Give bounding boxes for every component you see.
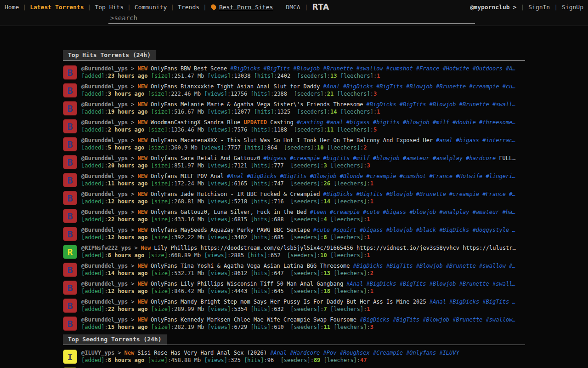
torrent-title-link[interactable]: OnlyFans Kennedy Marksen Chloe Mae Wife … (151, 316, 356, 323)
user-avatar[interactable]: B (63, 155, 77, 169)
avatar-letter: B (67, 283, 73, 293)
torrent-tags[interactable]: #cute #squirt #bigass #blowjob #black #B… (313, 227, 516, 233)
torrent-tags[interactable]: #BigDicks #BigTits #Blowjob #Brunette #s… (360, 316, 516, 323)
torrent-row[interactable]: B @Burunddel_yps>NEWOnlyFans Kennedy Mar… (63, 316, 525, 331)
torrent-row[interactable]: B @Burunddel_yps>NEWOnlyFans Jade Hutchi… (63, 190, 525, 205)
user-avatar[interactable]: B (63, 209, 77, 223)
nav-item-top-hits[interactable]: Top Hits (95, 4, 134, 11)
username-link[interactable]: @Burunddel_yps (81, 316, 128, 323)
user-avatar[interactable]: I (63, 350, 77, 364)
user-avatar[interactable]: B (63, 83, 77, 98)
nav-item-home[interactable]: Home (5, 4, 30, 11)
torrent-title-link[interactable]: Lily Phillips https://doodstream.com/e/l… (154, 245, 515, 251)
torrent-title-link[interactable]: OnlyFans Tina Yoshi & Agatha Vega Asian … (151, 263, 350, 269)
username-link[interactable]: @Burunddel_yps (81, 65, 128, 72)
torrent-title-link[interactable]: Onlyfans MaySeeds AquaZay Perky PAWG BBC… (151, 227, 310, 233)
torrent-tags[interactable]: #Anal #Hardcore #Pov #Roughsex #Creampie… (270, 350, 459, 356)
signup-link[interactable]: SignUp (562, 4, 583, 11)
user-avatar[interactable]: B (63, 173, 77, 187)
username-link[interactable]: @Burunddel_yps (81, 119, 128, 126)
username-link[interactable]: @Burunddel_yps (81, 299, 128, 305)
torrent-title-link[interactable]: Sisi Rose Has Very Hard Anal Sex (2026) (137, 350, 267, 356)
torrent-title-link[interactable]: OnlyFans Bianxxxkie Tight Asian Anal Slu… (151, 83, 320, 90)
username-link[interactable]: @Burunddel_yps (81, 281, 128, 287)
user-avatar[interactable]: B (63, 101, 77, 115)
username-link[interactable]: @Burunddel_yps (81, 155, 128, 161)
torrent-title-link[interactable]: OnlyFans Jade Hutchison - IR BBC Fucked … (151, 191, 320, 197)
username-link[interactable]: @Burunddel_yps (81, 173, 128, 179)
user-avatar[interactable]: B (63, 65, 77, 80)
torrent-title-link[interactable]: WoodmanCastingX Sandra Blue UPDATED Cast… (151, 119, 294, 126)
username-link[interactable]: @Burunddel_yps (81, 83, 128, 90)
torrent-tags[interactable]: #Anal #BigDicks #BigTits … (430, 299, 516, 305)
torrent-tags[interactable]: #Anal #BigDicks #BigTits #Blowjob #Blond… (227, 173, 516, 179)
stat-label-added: [added] (81, 252, 105, 259)
torrent-tags[interactable]: #BigDicks #BigTits #Blowjob #Brunette #s… (230, 65, 515, 72)
user-avatar[interactable]: B (63, 263, 77, 277)
username-link[interactable]: @Burunddel_yps (81, 227, 128, 233)
stat-label-leechers: [leechers] (324, 357, 357, 363)
torrent-row[interactable]: B @Burunddel_yps>NEWWoodmanCastingX Sand… (63, 119, 525, 133)
torrent-row[interactable]: B @Burunddel_yps>NEWOnlyFans Lily Philli… (63, 280, 525, 295)
torrent-row[interactable]: B @Burunddel_yps>NEWOnlyFans BBW Best Sc… (63, 65, 525, 80)
torrent-row[interactable]: I @ILUVY_yps>NewSisi Rose Has Very Hard … (63, 349, 525, 364)
torrent-row[interactable]: B @Burunddel_yps>NEWOnlyFans Gattouz0, L… (63, 208, 525, 223)
username-link[interactable]: @Burunddel_yps (81, 191, 128, 197)
torrent-tags[interactable]: #casting #anal #bigass #bigtits #blowjob… (297, 119, 516, 126)
torrent-title-link[interactable]: OnlyFans Gattouz0, Luna Silver, Fuck in … (151, 209, 307, 215)
stat-value-seeders: 13 (330, 73, 337, 79)
user-avatar[interactable]: B (63, 281, 77, 295)
torrent-row[interactable]: B @Burunddel_yps>NEWOnlyFans Melanie Mar… (63, 101, 525, 115)
torrent-title-link[interactable]: OnlyFans Mandy Bright Step-mom Says Her … (151, 299, 426, 305)
stat-value-added: 8 hours ago (108, 252, 144, 259)
torrent-title-link[interactable]: OnlyFans MacarenaXXX - This Slut Was So … (151, 137, 433, 144)
user-avatar[interactable]: B (63, 119, 77, 133)
search-input[interactable] (108, 14, 475, 24)
username-link[interactable]: @Burunddel_yps (81, 263, 128, 269)
torrent-tags[interactable]: #teen #creampie #cute #bigass #blowjob #… (310, 209, 516, 215)
torrent-tags[interactable]: #anal #bigass #interrac… (436, 137, 515, 144)
username-link[interactable]: @RIPNsfw222_yps (81, 245, 131, 251)
torrent-title-link[interactable]: OnlyFans Lily Phillips Wisconsin Tiff 50… (151, 281, 343, 287)
account-label[interactable]: @mypornclub (470, 4, 509, 11)
torrent-title-link[interactable]: Onlyfans Sara Retali And Gattouz0 (151, 155, 260, 161)
torrent-title-link[interactable]: OnlyFans Melanie Marie & Agatha Vega Sis… (151, 101, 363, 108)
torrent-row[interactable]: B @Burunddel_yps>NEWOnlyFans Tina Yoshi … (63, 262, 525, 277)
fire-icon (210, 3, 217, 11)
torrent-row[interactable]: B @Burunddel_yps>NEWOnlyfans MILF POV An… (63, 172, 525, 187)
main-nav: Home Latest Torrents Top Hits Community … (5, 4, 210, 11)
user-avatar[interactable]: B (63, 227, 77, 241)
torrent-row[interactable]: R @RIPNsfw222_yps>NewLily Phillips https… (63, 244, 525, 259)
user-avatar[interactable]: R (63, 245, 77, 259)
user-avatar[interactable]: B (63, 316, 77, 331)
torrent-title-link[interactable]: Onlyfans MILF POV Anal (151, 173, 224, 179)
torrent-tags[interactable]: #BigDicks #BigTits #Blowjob #Brunette #s… (366, 101, 515, 108)
nav-item-community[interactable]: Community (135, 4, 178, 11)
username-link[interactable]: @Burunddel_yps (81, 101, 128, 108)
torrent-tags[interactable]: #BigDicks #BigTits #Blowjob #Brunette #c… (323, 191, 516, 197)
torrent-row[interactable]: B @Burunddel_yps>NEWOnlyFans Bianxxxkie … (63, 83, 525, 98)
dmca-link[interactable]: DMCA (286, 4, 300, 11)
username-link[interactable]: @Burunddel_yps (81, 137, 128, 144)
stat-label-seeders: [seeders] (290, 270, 320, 276)
torrent-row[interactable]: B @Burunddel_yps>NEWOnlyfans MaySeeds Aq… (63, 226, 525, 241)
torrent-tags[interactable]: #bigass #creampie #bigtits #milf #blowjo… (264, 155, 496, 161)
username-link[interactable]: @ILUVY_yps (81, 350, 114, 356)
rta-logo: RTA (312, 2, 329, 12)
nav-item-trends[interactable]: Trends (178, 4, 210, 11)
arrow-separator: > (134, 245, 137, 251)
torrent-title-link[interactable]: OnlyFans BBW Best Scene (151, 65, 227, 72)
torrent-tags[interactable]: #BigDicks #BigTits #Blowjob #Brunette #s… (353, 263, 516, 269)
best-porn-sites-link[interactable]: Best Porn Sites (219, 4, 273, 11)
torrent-row[interactable]: B @Burunddel_yps>NEWOnlyFans MacarenaXXX… (63, 137, 525, 151)
user-avatar[interactable]: B (63, 137, 77, 151)
username-link[interactable]: @Burunddel_yps (81, 209, 128, 215)
torrent-row[interactable]: B @Burunddel_yps>NEWOnlyfans Sara Retali… (63, 155, 525, 169)
torrent-tags[interactable]: #Anal #BigDicks #BigTits #Blowjob #Brune… (346, 281, 515, 287)
torrent-row[interactable]: B @Burunddel_yps>NEWOnlyFans Mandy Brigh… (63, 298, 525, 313)
user-avatar[interactable]: B (63, 299, 77, 313)
nav-item-latest-torrents[interactable]: Latest Torrents (30, 4, 95, 11)
torrent-tags[interactable]: #Anal #BigDicks #BigTits #Blowjob #Brune… (323, 83, 516, 90)
signin-link[interactable]: SignIn (528, 4, 550, 11)
user-avatar[interactable]: B (63, 191, 77, 205)
